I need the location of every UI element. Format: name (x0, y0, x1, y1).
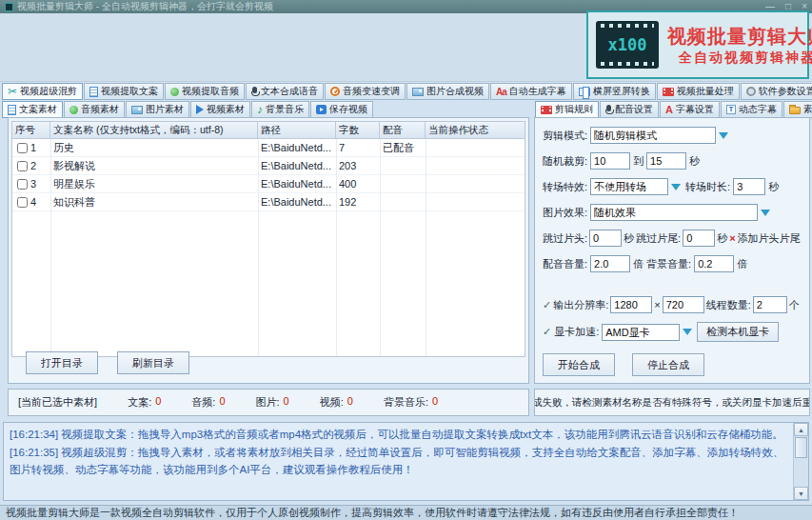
brand: 视频批量剪辑大师 全自动视频剪辑神器 (667, 24, 812, 67)
column-divider (426, 139, 426, 356)
music-note-icon (257, 103, 263, 116)
refresh-directory-button[interactable]: 刷新目录 (117, 351, 189, 374)
scroll-up-icon[interactable]: ▲ (794, 423, 808, 436)
transition-select[interactable]: 不使用转场 (590, 178, 683, 195)
row-path: E:\BaiduNetd... (258, 193, 336, 210)
table-row[interactable]: 3 明星娱乐 E:\BaiduNetd... 400 (12, 175, 525, 193)
voice-volume-input[interactable] (590, 255, 630, 272)
tab-extract-script[interactable]: 视频提取文案 (84, 83, 164, 100)
col-path[interactable]: 路径 (258, 122, 336, 139)
skip-tail-input[interactable] (683, 230, 715, 247)
subtitle-aa-icon (496, 87, 506, 97)
skip-head-input[interactable] (589, 230, 622, 247)
row-checkbox[interactable] (17, 161, 28, 171)
tab-auto-subtitle[interactable]: 自动生成字幕 (490, 83, 572, 100)
bg-volume-input[interactable] (694, 255, 734, 272)
gpu-select[interactable]: AMD显卡 (602, 324, 694, 341)
col-index[interactable]: 序号 (12, 122, 50, 139)
table-row[interactable]: 2 影视解说 E:\BaiduNetd... 203 (12, 157, 525, 175)
image-effect-select[interactable]: 随机效果 (590, 204, 772, 221)
tab-save-video[interactable]: 保存视频 (310, 101, 373, 118)
tab-audio-speed-pitch[interactable]: 音频变速变调 (325, 83, 406, 100)
tab-voice-settings[interactable]: 配音设置 (600, 101, 659, 118)
tab-script-material[interactable]: 文案素材 (2, 101, 63, 118)
to-label: 到 (633, 154, 644, 169)
col-voice[interactable]: 配音 (380, 122, 426, 139)
tab-batch-process[interactable]: 视频批量处理 (657, 83, 740, 100)
tab-label: 保存视频 (329, 103, 367, 116)
check-icon[interactable]: ✓ (543, 299, 551, 311)
app-window: 视频批量剪辑大师 - 全自动视频剪辑神器，会打字就会剪视频 — □ × x100… (0, 0, 812, 520)
tab-material-directory[interactable]: 素材目录 (783, 101, 812, 118)
seconds-unit: 秒 (768, 180, 779, 194)
col-name[interactable]: 文案名称 (仅支持txt格式，编码：utf-8) (50, 122, 258, 139)
row-name: 知识科普 (50, 193, 258, 210)
random-cut-from-input[interactable] (590, 152, 630, 170)
tab-dynamic-subtitle[interactable]: 动态字幕 (721, 101, 782, 118)
row-checkbox[interactable] (17, 197, 28, 208)
scrollbar-thumb[interactable] (795, 437, 807, 458)
rotate-screen-icon (579, 88, 590, 96)
start-compose-button[interactable]: 开始合成 (543, 353, 615, 376)
material-tab-bar: 文案素材 音频素材 图片素材 视频素材 背景音乐 保存视频 (2, 101, 374, 118)
threads-input[interactable] (753, 296, 787, 313)
tab-label: 视频超级混剪 (20, 85, 77, 98)
detect-gpu-button[interactable]: 检测本机显卡 (697, 322, 779, 342)
resolution-width-input[interactable] (610, 296, 652, 313)
tab-orientation-convert[interactable]: 横屏竖屏转换 (573, 83, 656, 100)
tab-image-material[interactable]: 图片素材 (126, 101, 189, 118)
chevron-down-icon[interactable] (668, 179, 683, 195)
chevron-down-icon[interactable] (680, 324, 694, 340)
open-directory-button[interactable]: 打开目录 (26, 351, 98, 374)
tab-extract-audio[interactable]: 视频提取音频 (165, 83, 245, 100)
table-row[interactable]: 4 知识科普 E:\BaiduNetd... 192 (12, 193, 525, 211)
seconds-unit: 秒 (624, 231, 634, 246)
row-index: 2 (30, 157, 36, 174)
tab-label: 视频提取音频 (182, 85, 239, 98)
skip-head-label: 跳过片头: (543, 231, 587, 246)
seconds-unit: 秒 (689, 154, 700, 169)
row-index: 1 (30, 139, 36, 156)
log-text: [16:21:34] 视频提取文案：拖拽导入mp3格式的音频或者mp4格式的视频… (10, 426, 789, 498)
row-checkbox[interactable] (17, 179, 28, 190)
log-line: [16:21:35] 视频超级混剪：拖拽导入素材，或者将素材放到相关目录，经过简… (10, 444, 789, 479)
x-mark-icon[interactable]: × (729, 232, 735, 244)
check-icon[interactable]: ✓ (543, 326, 551, 338)
transition-length-input[interactable] (733, 178, 765, 195)
transition-value: 不使用转场 (590, 178, 668, 195)
chevron-down-icon[interactable] (758, 205, 772, 221)
tab-audio-material[interactable]: 音频素材 (64, 101, 125, 118)
random-cut-to-input[interactable] (646, 152, 686, 170)
tab-image-to-video[interactable]: 图片合成视频 (406, 83, 489, 100)
add-intro-outro-toggle[interactable]: 添加片头片尾 (738, 231, 801, 246)
tab-text-to-speech[interactable]: 文本合成语音 (246, 83, 324, 100)
stop-compose-button[interactable]: 停止合成 (632, 353, 704, 376)
column-divider (258, 139, 259, 356)
log-scrollbar[interactable]: ▲ ▼ (793, 423, 808, 500)
tab-video-material[interactable]: 视频素材 (190, 101, 250, 118)
audio-extract-icon (170, 88, 179, 96)
tab-background-music[interactable]: 背景音乐 (251, 101, 309, 118)
tab-video-super-mix[interactable]: 视频超级混剪 (2, 83, 83, 100)
selection-status-bar: [当前已选中素材] 文案:0 音频:0 图片:0 视频:0 背景音乐:0 (8, 389, 529, 416)
tab-label: 音频变速变调 (343, 85, 400, 98)
tab-label: 素材目录 (803, 103, 812, 116)
clip-mode-select[interactable]: 随机剪辑模式 (590, 127, 730, 144)
col-status[interactable]: 当前操作状态 (426, 122, 525, 139)
image-icon (131, 106, 143, 114)
tab-software-settings[interactable]: 软件参数设置 (741, 83, 812, 100)
table-row[interactable]: 1 历史 E:\BaiduNetd... 7 已配音 (12, 139, 525, 157)
material-panel: 序号 文案名称 (仅支持txt格式，编码：utf-8) 路径 字数 配音 当前操… (8, 117, 529, 384)
col-words[interactable]: 字数 (336, 122, 380, 139)
tab-clip-rules[interactable]: 剪辑规则 (535, 101, 599, 118)
app-icon (5, 3, 13, 11)
row-checkbox[interactable] (17, 143, 28, 153)
tab-subtitle-settings[interactable]: 字幕设置 (660, 101, 720, 118)
row-name: 影视解说 (50, 157, 258, 174)
chevron-down-icon[interactable] (716, 128, 730, 144)
resolution-height-input[interactable] (663, 296, 704, 313)
gpu-value: AMD显卡 (602, 324, 680, 341)
scroll-down-icon[interactable]: ▼ (794, 487, 808, 500)
row-path: E:\BaiduNetd... (258, 139, 336, 156)
column-divider (50, 139, 51, 356)
